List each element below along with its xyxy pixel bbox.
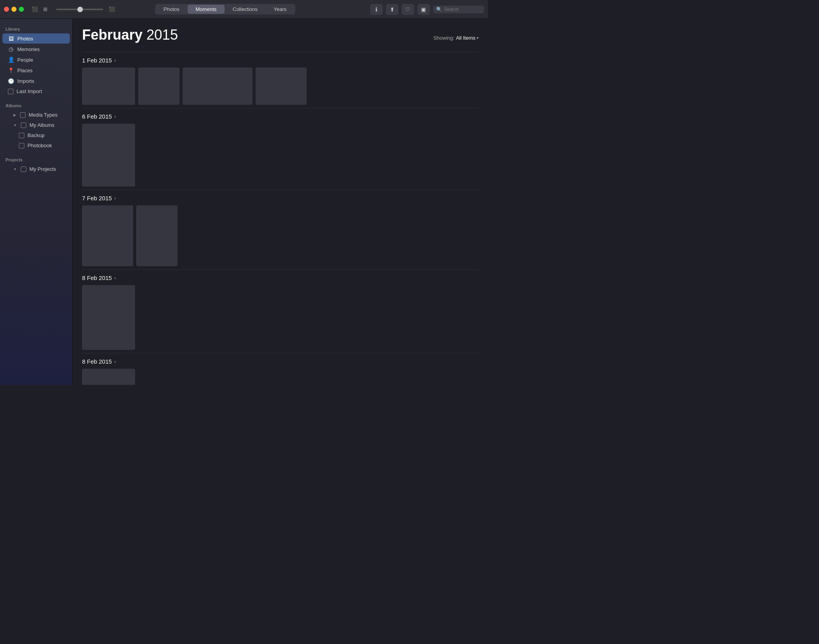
grid-icon[interactable]: ⊞ xyxy=(41,5,49,13)
memories-icon: ◷ xyxy=(8,46,14,52)
sidebar-item-label: Photobook xyxy=(27,143,52,148)
info-button[interactable]: ℹ xyxy=(370,4,383,15)
zoom-slider[interactable] xyxy=(56,9,103,10)
showing-value[interactable]: All Items xyxy=(456,35,475,41)
moment-date: 6 Feb 2015 xyxy=(82,113,112,120)
tab-photos[interactable]: Photos xyxy=(156,5,187,14)
folder-icon xyxy=(21,166,26,172)
sidebar-item-photobook[interactable]: Photobook xyxy=(2,141,70,150)
tab-collections[interactable]: Collections xyxy=(225,5,266,14)
moment-header: 7 Feb 2015 › xyxy=(82,190,479,205)
chevron-right-icon[interactable]: › xyxy=(114,359,116,364)
sidebar-item-people[interactable]: 👤 People xyxy=(2,55,70,65)
chevron-right-icon[interactable]: › xyxy=(114,196,116,201)
chevron-right-icon[interactable]: › xyxy=(114,58,116,63)
imports-icon: 🕐 xyxy=(8,78,14,84)
chevron-right-icon[interactable]: › xyxy=(114,114,116,119)
photo-thumbnail[interactable] xyxy=(183,68,252,105)
share-button[interactable]: ⬆ xyxy=(386,4,399,15)
sidebar-item-label: Photos xyxy=(17,36,33,42)
library-section-label: Library xyxy=(0,24,72,33)
window-controls: ⬛ ⊞ xyxy=(31,5,49,13)
chevron-down-icon: ▾ xyxy=(477,36,479,40)
moment-header: 8 Feb 2015 › xyxy=(82,269,479,285)
photo-grid xyxy=(82,369,479,385)
search-icon: 🔍 xyxy=(436,7,442,12)
info-icon: ℹ xyxy=(375,6,377,13)
folder-icon xyxy=(20,112,26,118)
moment-date: 8 Feb 2015 xyxy=(82,358,112,365)
sidebar-item-backup[interactable]: Backup xyxy=(2,130,70,140)
folder-icon xyxy=(19,133,24,138)
page-title: February 2015 xyxy=(82,27,178,43)
sidebar-item-my-albums[interactable]: ▼ My Albums xyxy=(2,120,70,130)
titlebar: ⬛ ⊞ ⬛ Photos Moments Collections Years ℹ… xyxy=(0,0,488,19)
sidebar-item-label: Memories xyxy=(17,46,40,52)
fullscreen-icon[interactable]: ⬛ xyxy=(108,5,116,13)
places-icon: 📍 xyxy=(8,67,14,73)
sidebar-item-label: Places xyxy=(17,68,33,73)
moment-section: 6 Feb 2015 › xyxy=(82,108,479,190)
chevron-right-icon[interactable]: › xyxy=(114,275,116,281)
photo-thumbnail[interactable] xyxy=(82,369,135,385)
moment-section: 1 Feb 2015 › xyxy=(82,52,479,108)
expand-arrow-icon: ▼ xyxy=(13,167,17,171)
photo-thumbnail[interactable] xyxy=(136,205,177,266)
sidebar-item-label: My Albums xyxy=(29,122,55,128)
minimize-button[interactable] xyxy=(11,7,16,12)
sidebar-item-label: Media Types xyxy=(29,112,57,118)
favorite-button[interactable]: ♡ xyxy=(402,4,414,15)
sidebar-item-places[interactable]: 📍 Places xyxy=(2,65,70,75)
sidebar-item-last-import[interactable]: Last Import xyxy=(2,86,70,96)
photo-thumbnail[interactable] xyxy=(138,68,179,105)
sidebar-item-label: My Projects xyxy=(29,166,56,172)
projects-section-label: Projects xyxy=(0,154,72,164)
photo-grid xyxy=(82,124,479,190)
sidebar: Library 🖼 Photos ◷ Memories 👤 People 📍 P… xyxy=(0,19,73,385)
moment-date: 8 Feb 2015 xyxy=(82,274,112,281)
slideshow-button[interactable]: ▣ xyxy=(417,4,430,15)
photo-grid xyxy=(82,205,479,269)
photo-thumbnail[interactable] xyxy=(82,205,133,266)
sidebar-item-imports[interactable]: 🕐 Imports xyxy=(2,76,70,86)
folder-icon xyxy=(21,123,26,128)
sidebar-item-my-projects[interactable]: ▼ My Projects xyxy=(2,164,70,174)
sidebar-item-photos[interactable]: 🖼 Photos xyxy=(2,33,70,44)
last-import-icon xyxy=(8,89,13,94)
search-box[interactable]: 🔍 xyxy=(433,5,484,13)
main-layout: Library 🖼 Photos ◷ Memories 👤 People 📍 P… xyxy=(0,19,488,385)
moment-section: 8 Feb 2015 › xyxy=(82,269,479,353)
albums-section-label: Albums xyxy=(0,100,72,110)
heart-icon: ♡ xyxy=(405,6,410,13)
photo-thumbnail[interactable] xyxy=(82,68,135,105)
moment-date: 7 Feb 2015 xyxy=(82,195,112,201)
sidebar-item-memories[interactable]: ◷ Memories xyxy=(2,44,70,54)
sidebar-item-label: People xyxy=(17,57,33,63)
search-input[interactable] xyxy=(444,7,479,12)
photo-thumbnail[interactable] xyxy=(256,68,307,105)
moment-section: 7 Feb 2015 › xyxy=(82,190,479,269)
photo-grid xyxy=(82,68,479,108)
traffic-lights xyxy=(4,7,24,12)
showing-bar: Showing: All Items ▾ xyxy=(433,35,479,41)
sidebar-item-label: Last Import xyxy=(16,88,42,94)
fullscreen-button[interactable] xyxy=(19,7,24,12)
tab-moments[interactable]: Moments xyxy=(188,5,224,14)
sidebar-toggle-icon[interactable]: ⬛ xyxy=(31,5,39,13)
photo-thumbnail[interactable] xyxy=(82,285,135,350)
nav-tabs: Photos Moments Collections Years xyxy=(155,4,295,15)
showing-label: Showing: xyxy=(433,35,454,41)
photo-thumbnail[interactable] xyxy=(82,124,135,187)
sidebar-item-label: Imports xyxy=(17,78,34,84)
tab-years[interactable]: Years xyxy=(266,5,294,14)
moment-date: 1 Feb 2015 xyxy=(82,57,112,64)
sidebar-item-media-types[interactable]: ▶ Media Types xyxy=(2,110,70,120)
moment-header: 1 Feb 2015 › xyxy=(82,52,479,68)
folder-icon xyxy=(19,143,24,148)
close-button[interactable] xyxy=(4,7,9,12)
content-area: February 2015 Showing: All Items ▾ 1 Feb… xyxy=(73,19,488,385)
slideshow-icon: ▣ xyxy=(421,6,426,13)
expand-arrow-icon: ▼ xyxy=(13,123,17,127)
moment-header: 6 Feb 2015 › xyxy=(82,108,479,124)
moment-section: 8 Feb 2015 › xyxy=(82,353,479,385)
